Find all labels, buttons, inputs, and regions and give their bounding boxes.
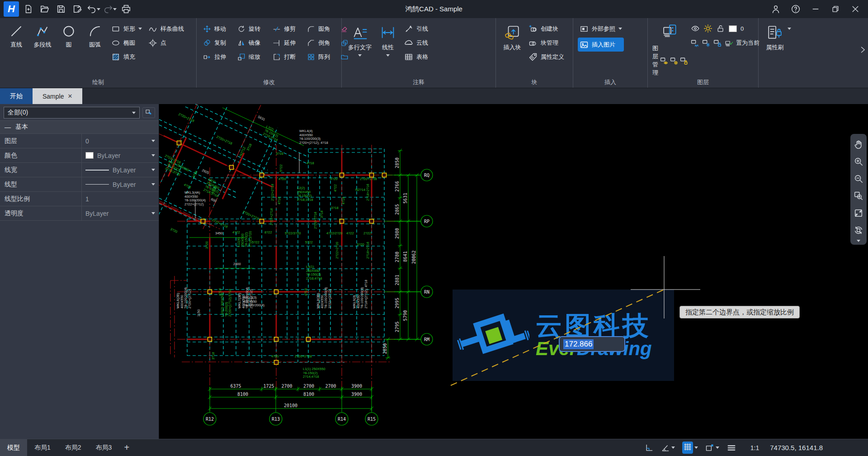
grid-caret[interactable] [694, 446, 698, 449]
block-manager-button[interactable]: 块管理 [527, 36, 566, 50]
ltscale-field[interactable]: 1 [82, 192, 159, 206]
mtext-dropdown[interactable] [358, 54, 362, 57]
match-properties-button[interactable]: 属性刷 [763, 22, 787, 77]
layer-thaw-yellow-icon[interactable] [670, 57, 678, 65]
undo-dropdown[interactable] [97, 8, 100, 10]
layer-unlock-icon[interactable] [716, 24, 725, 33]
undo-button[interactable] [87, 4, 100, 14]
zoom-out-button[interactable] [852, 171, 865, 186]
layer-unlock-yellow-icon[interactable] [680, 57, 688, 65]
ortho-toggle[interactable] [643, 442, 655, 453]
xref-dropdown[interactable] [618, 28, 622, 30]
array-button[interactable]: 阵列 [305, 50, 339, 64]
print-button[interactable] [119, 2, 133, 16]
new-file-button[interactable] [22, 2, 35, 16]
mtext-button[interactable]: 多行文字 [346, 22, 373, 77]
set-current-label[interactable]: 置为当前 [736, 39, 760, 47]
redo-button[interactable] [103, 4, 117, 14]
xref-button[interactable]: 外部参照 [578, 22, 624, 36]
quick-select-button[interactable] [142, 107, 155, 118]
layer-off-icon[interactable] [691, 39, 699, 47]
section-header-basic[interactable]: —基本 [0, 120, 159, 134]
rectangle-dropdown[interactable] [138, 28, 142, 30]
zoom-extents-button[interactable] [852, 205, 865, 221]
dyn-caret[interactable] [716, 446, 719, 449]
layer-freeze-icon[interactable] [702, 39, 710, 47]
nav-more-caret[interactable] [857, 240, 860, 242]
linear-dim-dropdown[interactable] [386, 54, 390, 57]
open-file-button[interactable] [38, 2, 52, 16]
user-account-button[interactable] [767, 2, 785, 16]
trim-button[interactable]: 修剪 [271, 22, 305, 36]
break-button[interactable]: 打断 [271, 50, 305, 64]
add-layout-button[interactable]: + [119, 439, 134, 456]
scale-button[interactable]: 缩放 [236, 50, 271, 64]
status-menu-button[interactable] [725, 442, 738, 454]
minimize-button[interactable] [807, 2, 825, 16]
insert-image-button[interactable]: 插入图片 [578, 38, 624, 52]
hatch-button[interactable]: 填充 [109, 50, 144, 64]
insert-block-button[interactable]: 插入块 [500, 22, 524, 77]
spline-button[interactable]: 样条曲线 [146, 22, 186, 36]
redo-dropdown[interactable] [113, 8, 117, 10]
point-button[interactable]: 点 [146, 36, 186, 50]
move-button[interactable]: 移动 [201, 22, 236, 36]
save-button[interactable] [54, 2, 68, 16]
circle-button[interactable]: 圆 [57, 22, 80, 77]
layout-tab-model[interactable]: 模型 [0, 439, 27, 456]
pan-button[interactable] [852, 137, 865, 152]
arc-button[interactable]: 圆弧 [83, 22, 107, 77]
annotation-scale[interactable]: 1:1 [750, 444, 759, 451]
polyline-button[interactable]: 多段线 [31, 22, 54, 77]
stretch-button[interactable]: 拉伸 [201, 50, 236, 64]
layout-tab-3[interactable]: 布局3 [89, 439, 119, 456]
dynamic-input-field[interactable]: 172.866 [559, 336, 625, 352]
tab-close-icon[interactable]: ✕ [67, 93, 72, 100]
layout-tab-2[interactable]: 布局2 [58, 439, 89, 456]
layer-value-dropdown[interactable]: 0 [82, 134, 159, 148]
create-block-button[interactable]: 创建块 [527, 22, 566, 36]
restore-button[interactable] [826, 2, 844, 16]
tab-start[interactable]: 开始 [0, 88, 33, 104]
line-button[interactable]: 直线 [5, 22, 28, 77]
lineweight-dropdown[interactable]: ByLayer [82, 163, 159, 177]
attribute-define-button[interactable]: 属性定义 [527, 50, 566, 64]
layer-lock-icon[interactable] [713, 39, 722, 47]
drawing-canvas[interactable]: 2850276628652980278028812995279556318641… [159, 104, 868, 439]
rotate-button[interactable]: 旋转 [236, 22, 271, 36]
zoom-in-button[interactable] [852, 154, 865, 169]
chamfer-button[interactable]: 倒角 [305, 36, 339, 50]
rectangle-button[interactable]: 矩形 [109, 22, 144, 36]
save-as-button[interactable] [71, 2, 84, 16]
linetype-dropdown[interactable]: ByLayer [82, 177, 159, 191]
polar-toggle[interactable] [660, 442, 676, 453]
orbit-button[interactable] [852, 223, 865, 238]
extend-button[interactable]: 延伸 [271, 36, 305, 50]
layer-on-yellow-icon[interactable] [660, 57, 668, 65]
transparency-dropdown[interactable]: ByLayer [82, 206, 159, 220]
polar-caret[interactable] [671, 446, 675, 449]
close-button[interactable] [846, 2, 864, 16]
watermark-image[interactable]: 云图科技 EverDrawing [453, 290, 674, 381]
leader-button[interactable]: 引线 [402, 22, 430, 36]
revcloud-button[interactable]: 云线 [402, 36, 430, 50]
selection-filter-dropdown[interactable]: 全部(0) [4, 107, 140, 119]
ribbon-expand-chevron[interactable] [858, 45, 867, 56]
tab-sample[interactable]: Sample✕ [33, 88, 82, 104]
dynamic-input-toggle[interactable] [704, 442, 721, 453]
zoom-window-button[interactable] [852, 188, 865, 204]
layer-visible-icon[interactable] [691, 24, 700, 33]
copy-button[interactable]: 复制 [201, 36, 236, 50]
help-button[interactable] [787, 2, 805, 16]
layout-tab-1[interactable]: 布局1 [27, 439, 58, 456]
fillet-button[interactable]: 圆角 [305, 22, 339, 36]
color-value-dropdown[interactable]: ByLayer [82, 148, 159, 162]
layer-manager-button[interactable] [652, 22, 688, 40]
layer-color-swatch[interactable] [729, 25, 737, 32]
snap-grid-toggle[interactable] [681, 441, 699, 455]
table-button[interactable]: 表格 [402, 50, 430, 64]
linear-dim-button[interactable]: 线性 [376, 22, 400, 77]
mirror-button[interactable]: 镜像 [236, 36, 271, 50]
set-current-layer-icon[interactable] [725, 39, 733, 47]
layer-thaw-icon[interactable] [703, 24, 712, 33]
